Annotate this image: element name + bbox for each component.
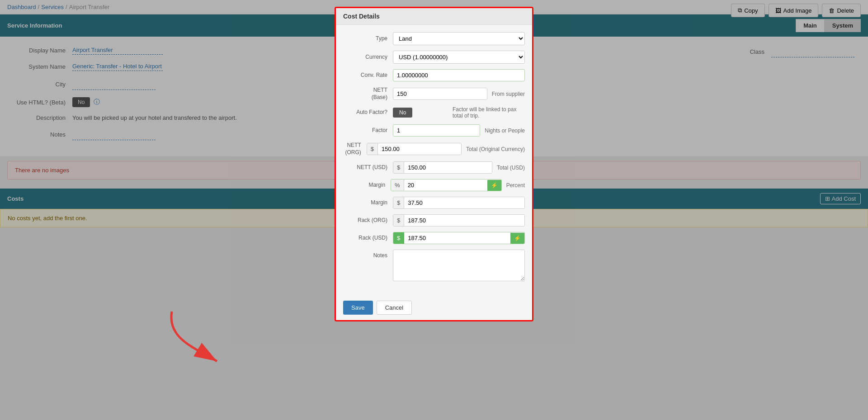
modal-margin-pct-control: % ⚡ [391, 179, 502, 191]
modal-margin-pct-prefix: % [391, 179, 404, 191]
modal-factor-label: Factor [343, 127, 393, 134]
modal-nett-org-row: NETT (ORG) $ Total (Original Currency) [343, 142, 525, 156]
modal-nett-org-label: NETT (ORG) [343, 142, 367, 156]
modal-currency-row: Currency USD (1.00000000) EUR (0.9000000… [343, 51, 525, 64]
modal-margin-dollar-input-group: $ [393, 197, 525, 209]
modal-rack-org-control: $ [393, 214, 525, 227]
modal-nett-usd-input[interactable] [404, 162, 492, 173]
modal-nett-usd-control: $ [393, 161, 492, 174]
cost-details-modal: Cost Details Type Land Air Sea Currency [335, 7, 533, 227]
modal-nett-org-prefix: $ [367, 143, 378, 155]
modal-factor-control [393, 124, 480, 137]
modal-auto-factor-label: Auto Factor? [343, 109, 393, 116]
modal-margin-pct-row: Margin % ⚡ Percent [343, 179, 525, 191]
modal-nett-org-input[interactable] [378, 143, 461, 155]
modal-rack-org-input[interactable] [404, 215, 524, 226]
modal-currency-control: USD (1.00000000) EUR (0.90000000) [393, 51, 525, 64]
modal-margin-dollar-control: $ [393, 197, 525, 209]
modal-conv-rate-label: Conv. Rate [343, 72, 393, 79]
modal-conv-rate-row: Conv. Rate [343, 69, 525, 81]
modal-type-select[interactable]: Land Air Sea [393, 32, 525, 45]
modal-margin-dollar-input[interactable] [404, 197, 524, 208]
modal-rack-org-row: Rack (ORG) $ [343, 214, 525, 227]
modal-title: Cost Details [336, 8, 532, 25]
modal-margin-pct-label: Margin [343, 182, 391, 189]
modal-auto-factor-control: No [393, 108, 448, 118]
modal-nett-org-control: $ [367, 143, 462, 155]
modal-nett-usd-label: NETT (USD) [343, 164, 393, 171]
modal-nett-usd-prefix: $ [393, 162, 404, 173]
modal-margin-dollar-row: Margin $ [343, 197, 525, 209]
modal-auto-factor-toggle[interactable]: No [393, 108, 412, 118]
modal-body: Type Land Air Sea Currency USD (1.000000… [336, 25, 532, 227]
modal-nett-base-note: From supplier [492, 91, 525, 97]
modal-overlay: Cost Details Type Land Air Sea Currency [0, 0, 868, 227]
modal-nett-org-input-group: $ [367, 143, 462, 155]
modal-type-label: Type [343, 35, 393, 42]
modal-nett-usd-note: Total (USD) [497, 165, 525, 171]
modal-margin-dollar-label: Margin [343, 199, 393, 207]
modal-conv-rate-control [393, 69, 525, 81]
modal-nett-base-label: NETT(Base) [343, 87, 393, 101]
modal-currency-select[interactable]: USD (1.00000000) EUR (0.90000000) [393, 51, 525, 64]
modal-margin-pct-input-group: % ⚡ [391, 179, 502, 191]
modal-conv-rate-input[interactable] [393, 69, 525, 81]
modal-auto-factor-note: Factor will be linked to pax total of tr… [453, 106, 525, 119]
modal-rack-org-prefix: $ [393, 215, 404, 226]
modal-factor-input[interactable] [393, 124, 480, 137]
modal-nett-base-control [393, 88, 487, 100]
modal-nett-base-input[interactable] [393, 88, 487, 100]
modal-rack-org-input-group: $ [393, 214, 525, 227]
modal-nett-usd-input-group: $ [393, 161, 492, 174]
modal-currency-label: Currency [343, 54, 393, 61]
modal-factor-row: Factor Nights or People [343, 124, 525, 137]
modal-factor-note: Nights or People [485, 127, 525, 134]
modal-nett-base-row: NETT(Base) From supplier [343, 87, 525, 101]
modal-auto-factor-row: Auto Factor? No Factor will be linked to… [343, 106, 525, 119]
modal-margin-pct-note: Percent [506, 182, 525, 189]
modal-type-row: Type Land Air Sea [343, 32, 525, 45]
modal-type-control: Land Air Sea [393, 32, 525, 45]
modal-margin-dollar-prefix: $ [393, 197, 404, 208]
modal-nett-org-note: Total (Original Currency) [466, 146, 525, 152]
modal-auto-factor-toggle-row: No [393, 108, 448, 118]
modal-rack-org-label: Rack (ORG) [343, 217, 393, 224]
modal-margin-pct-input[interactable] [404, 179, 487, 191]
modal-nett-usd-row: NETT (USD) $ Total (USD) [343, 161, 525, 174]
modal-margin-pct-btn[interactable]: ⚡ [487, 180, 501, 191]
